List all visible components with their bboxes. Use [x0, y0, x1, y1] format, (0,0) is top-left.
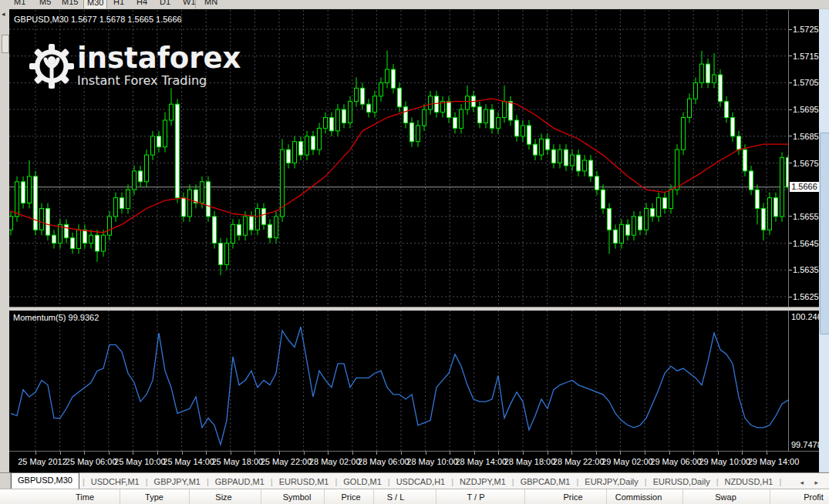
timeframe-button-m30[interactable]: M30	[83, 0, 107, 9]
toolbar-separator	[195, 0, 196, 8]
time-axis-tick	[182, 452, 183, 455]
time-axis-label: 25 May 10:00	[114, 457, 166, 466]
tab-separator: |	[779, 477, 781, 489]
time-axis-tick	[328, 452, 329, 455]
tab-scroll-arrows[interactable]: ◂ ▸	[800, 479, 829, 489]
chart-tab-gbpaud-m1[interactable]: GBPAUD,M1	[209, 475, 271, 489]
table-column-separator	[189, 489, 190, 504]
price-axis-tick	[789, 297, 792, 297]
price-axis-tick	[789, 109, 792, 110]
instaforex-gear-icon	[26, 41, 77, 92]
chart-tab-gbpcad-m1[interactable]: GBPCAD,M1	[514, 475, 577, 489]
table-column-separator	[324, 489, 325, 504]
table-column-separator	[606, 489, 607, 504]
timeframe-button-m15[interactable]: M15	[59, 0, 81, 8]
indicator-label: Momentum(5) 99.9362	[13, 313, 99, 322]
time-axis-tick	[157, 452, 158, 455]
table-header-size[interactable]: Size	[215, 492, 231, 502]
time-axis-tick	[742, 452, 743, 455]
timeframe-button-mn[interactable]: MN	[201, 0, 221, 8]
table-column-separator	[770, 489, 770, 504]
timeframe-button-h1[interactable]: H1	[110, 0, 127, 8]
chart-tab-gold-m1[interactable]: GOLD,M1	[337, 475, 388, 489]
time-axis-tick	[254, 452, 255, 455]
price-axis-label: 1.5675	[793, 159, 819, 168]
table-header-profit[interactable]: Profit	[804, 492, 824, 502]
momentum-axis-min: 99.7478	[791, 440, 822, 449]
timeframe-button-m5[interactable]: M5	[36, 0, 54, 8]
chart-tab-eurjpy-daily[interactable]: EURJPY,Daily	[578, 475, 645, 489]
momentum-indicator-panel[interactable]: Momentum(5) 99.9362	[9, 311, 788, 451]
chart-window: GBPUSD,M30 1.5677 1.5678 1.5665 1.5666	[9, 9, 819, 472]
time-axis-tick	[60, 452, 61, 455]
time-axis-tick	[206, 452, 207, 455]
table-header-price[interactable]: Price	[563, 492, 582, 502]
table-header-price[interactable]: Price	[341, 492, 360, 502]
momentum-axis[interactable]: 100.246299.7478	[788, 311, 820, 451]
time-axis-tick	[35, 452, 36, 455]
chart-tab-nzdusd-h1[interactable]: NZDUSD,H1	[719, 475, 780, 489]
chart-tab-bar: GBPUSD,M30|USDCHF,M1|GBPJPY,M1|GBPAUD,M1…	[0, 472, 829, 489]
time-axis-tick	[693, 452, 694, 455]
time-axis-tick	[109, 452, 110, 455]
timeframe-button-h4[interactable]: H4	[133, 0, 150, 8]
vertical-scrollbar[interactable]	[819, 9, 829, 472]
time-axis-tick	[571, 452, 572, 455]
table-header-s-l[interactable]: S / L	[387, 492, 405, 502]
price-chart-panel[interactable]: GBPUSD,M30 1.5677 1.5678 1.5665 1.5666	[9, 10, 788, 307]
current-bid-price-tag: 1.5666	[790, 182, 819, 192]
time-axis-label: 28 May 22:00	[553, 457, 605, 466]
momentum-chart[interactable]	[9, 311, 788, 451]
brand-name: instaforex	[77, 45, 241, 72]
time-axis-tick	[718, 452, 719, 455]
price-axis-tick	[789, 136, 792, 136]
timeframe-button-m1[interactable]: M1	[11, 0, 29, 8]
table-column-separator	[120, 489, 120, 504]
timeframe-toolbar: M1M5M15M30H1H4D1W1MN	[0, 0, 829, 9]
time-axis-tick	[84, 452, 85, 455]
table-header-commission[interactable]: Commission	[615, 492, 662, 502]
chart-tab-eurusd-m1[interactable]: EURUSD,M1	[273, 475, 335, 489]
time-axis-label: 28 May 14:00	[455, 457, 507, 466]
chart-tab-gbpusd-m30[interactable]: GBPUSD,M30	[11, 472, 79, 489]
time-axis-label: 25 May 18:00	[211, 457, 263, 466]
timeframe-button-d1[interactable]: D1	[157, 0, 174, 8]
price-axis-label: 1.5685	[793, 132, 819, 141]
chart-tab-eurusd-daily[interactable]: EURUSD,Daily	[647, 475, 716, 489]
table-header-swap[interactable]: Swap	[715, 492, 736, 502]
table-header-t-p[interactable]: T / P	[467, 492, 484, 502]
time-axis-label: 28 May 06:00	[358, 457, 409, 466]
price-axis-label: 1.5645	[793, 239, 819, 248]
table-column-separator	[682, 489, 683, 504]
table-header-time[interactable]: Time	[76, 492, 94, 502]
price-axis[interactable]: 1.57251.57151.57051.56951.56851.56751.56…	[788, 10, 820, 307]
time-axis[interactable]: 25 May 201225 May 06:0025 May 10:0025 Ma…	[9, 451, 819, 472]
price-axis-tick	[789, 216, 792, 217]
price-axis-label: 1.5625	[793, 292, 819, 301]
chart-tab-usdcad-h1[interactable]: USDCAD,H1	[390, 475, 452, 489]
vertical-scrollbar-thumb[interactable]	[820, 133, 829, 334]
price-axis-tick	[789, 82, 792, 83]
time-axis-label: 25 May 22:00	[261, 457, 312, 466]
left-scrollbar-thumb[interactable]	[2, 35, 9, 53]
table-header-type[interactable]: Type	[145, 492, 163, 502]
time-axis-label: 28 May 02:00	[309, 457, 361, 466]
chart-tab-nzdjpy-m1[interactable]: NZDJPY,M1	[453, 475, 512, 489]
time-axis-label: 25 May 06:00	[66, 457, 117, 466]
time-axis-tick	[548, 452, 548, 455]
time-axis-tick	[231, 452, 231, 455]
time-axis-tick	[669, 452, 670, 455]
time-axis-label: 29 May 10:00	[699, 457, 750, 466]
chart-tab-gbpjpy-m1[interactable]: GBPJPY,M1	[148, 475, 207, 489]
time-axis-label: 29 May 02:00	[602, 457, 653, 466]
price-axis-label: 1.5705	[793, 78, 819, 87]
chart-title-ohlc: GBPUSD,M30 1.5677 1.5678 1.5665 1.5666	[14, 15, 182, 24]
price-axis-label: 1.5655	[793, 212, 819, 221]
time-axis-tick	[352, 452, 353, 455]
time-axis-tick	[523, 452, 524, 455]
chart-tab-usdchf-m1[interactable]: USDCHF,M1	[85, 475, 146, 489]
table-header-symbol[interactable]: Symbol	[283, 492, 312, 502]
collapse-arrow-icon[interactable]: ◂	[2, 10, 5, 18]
tabbar-left-pad	[0, 473, 11, 489]
instaforex-logo: instaforex Instant Forex Trading	[26, 41, 241, 92]
